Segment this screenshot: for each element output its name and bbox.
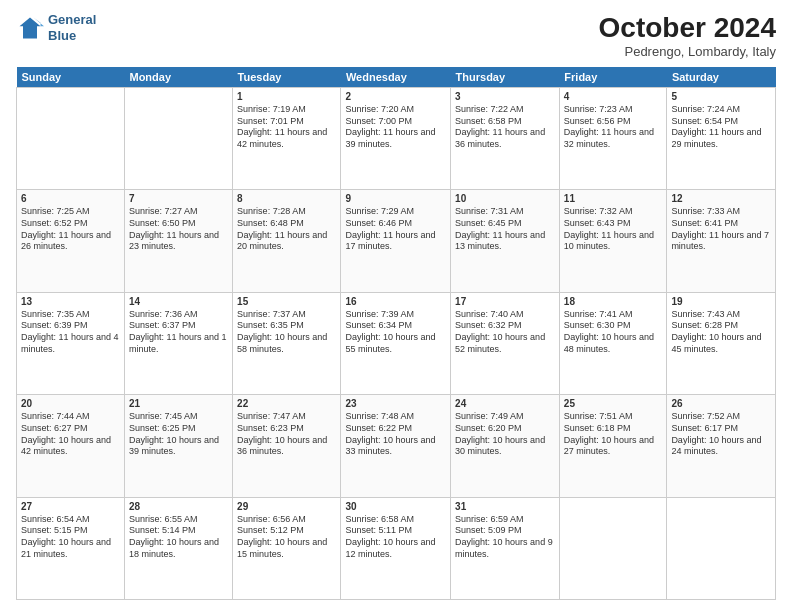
day-number: 28 <box>129 501 228 512</box>
cell-info: Sunrise: 7:23 AMSunset: 6:56 PMDaylight:… <box>564 104 654 149</box>
calendar-cell: 15Sunrise: 7:37 AMSunset: 6:35 PMDayligh… <box>233 292 341 394</box>
day-number: 11 <box>564 193 663 204</box>
day-number: 1 <box>237 91 336 102</box>
cell-info: Sunrise: 7:32 AMSunset: 6:43 PMDaylight:… <box>564 206 654 251</box>
calendar-cell: 21Sunrise: 7:45 AMSunset: 6:25 PMDayligh… <box>124 395 232 497</box>
day-number: 17 <box>455 296 555 307</box>
day-number: 4 <box>564 91 663 102</box>
calendar-cell: 26Sunrise: 7:52 AMSunset: 6:17 PMDayligh… <box>667 395 776 497</box>
calendar-cell <box>124 88 232 190</box>
cell-info: Sunrise: 6:58 AMSunset: 5:11 PMDaylight:… <box>345 514 435 559</box>
day-number: 27 <box>21 501 120 512</box>
title-block: October 2024 Pedrengo, Lombardy, Italy <box>599 12 776 59</box>
calendar-cell: 2Sunrise: 7:20 AMSunset: 7:00 PMDaylight… <box>341 88 451 190</box>
calendar-cell: 19Sunrise: 7:43 AMSunset: 6:28 PMDayligh… <box>667 292 776 394</box>
day-number: 9 <box>345 193 446 204</box>
day-number: 21 <box>129 398 228 409</box>
day-number: 13 <box>21 296 120 307</box>
calendar-cell: 22Sunrise: 7:47 AMSunset: 6:23 PMDayligh… <box>233 395 341 497</box>
day-number: 24 <box>455 398 555 409</box>
calendar-cell: 5Sunrise: 7:24 AMSunset: 6:54 PMDaylight… <box>667 88 776 190</box>
calendar-cell: 28Sunrise: 6:55 AMSunset: 5:14 PMDayligh… <box>124 497 232 599</box>
day-number: 23 <box>345 398 446 409</box>
header-row: SundayMondayTuesdayWednesdayThursdayFrid… <box>17 67 776 88</box>
day-number: 30 <box>345 501 446 512</box>
calendar-cell: 23Sunrise: 7:48 AMSunset: 6:22 PMDayligh… <box>341 395 451 497</box>
weekday-header: Thursday <box>451 67 560 88</box>
day-number: 18 <box>564 296 663 307</box>
weekday-header: Monday <box>124 67 232 88</box>
cell-info: Sunrise: 7:28 AMSunset: 6:48 PMDaylight:… <box>237 206 327 251</box>
cell-info: Sunrise: 7:45 AMSunset: 6:25 PMDaylight:… <box>129 411 219 456</box>
cell-info: Sunrise: 7:27 AMSunset: 6:50 PMDaylight:… <box>129 206 219 251</box>
calendar-cell: 16Sunrise: 7:39 AMSunset: 6:34 PMDayligh… <box>341 292 451 394</box>
cell-info: Sunrise: 7:48 AMSunset: 6:22 PMDaylight:… <box>345 411 435 456</box>
calendar-cell: 31Sunrise: 6:59 AMSunset: 5:09 PMDayligh… <box>451 497 560 599</box>
day-number: 31 <box>455 501 555 512</box>
cell-info: Sunrise: 7:41 AMSunset: 6:30 PMDaylight:… <box>564 309 654 354</box>
logo-line2: Blue <box>48 28 96 44</box>
cell-info: Sunrise: 6:55 AMSunset: 5:14 PMDaylight:… <box>129 514 219 559</box>
cell-info: Sunrise: 7:31 AMSunset: 6:45 PMDaylight:… <box>455 206 545 251</box>
day-number: 19 <box>671 296 771 307</box>
day-number: 22 <box>237 398 336 409</box>
calendar-week: 13Sunrise: 7:35 AMSunset: 6:39 PMDayligh… <box>17 292 776 394</box>
location: Pedrengo, Lombardy, Italy <box>599 44 776 59</box>
day-number: 10 <box>455 193 555 204</box>
logo: General Blue <box>16 12 96 43</box>
cell-info: Sunrise: 7:51 AMSunset: 6:18 PMDaylight:… <box>564 411 654 456</box>
calendar-cell: 29Sunrise: 6:56 AMSunset: 5:12 PMDayligh… <box>233 497 341 599</box>
weekday-header: Tuesday <box>233 67 341 88</box>
cell-info: Sunrise: 7:29 AMSunset: 6:46 PMDaylight:… <box>345 206 435 251</box>
cell-info: Sunrise: 7:19 AMSunset: 7:01 PMDaylight:… <box>237 104 327 149</box>
calendar-cell: 18Sunrise: 7:41 AMSunset: 6:30 PMDayligh… <box>559 292 667 394</box>
cell-info: Sunrise: 7:35 AMSunset: 6:39 PMDaylight:… <box>21 309 119 354</box>
day-number: 26 <box>671 398 771 409</box>
cell-info: Sunrise: 7:43 AMSunset: 6:28 PMDaylight:… <box>671 309 761 354</box>
day-number: 8 <box>237 193 336 204</box>
cell-info: Sunrise: 6:54 AMSunset: 5:15 PMDaylight:… <box>21 514 111 559</box>
calendar-cell: 30Sunrise: 6:58 AMSunset: 5:11 PMDayligh… <box>341 497 451 599</box>
cell-info: Sunrise: 7:25 AMSunset: 6:52 PMDaylight:… <box>21 206 111 251</box>
header: General Blue October 2024 Pedrengo, Lomb… <box>16 12 776 59</box>
calendar-cell: 7Sunrise: 7:27 AMSunset: 6:50 PMDaylight… <box>124 190 232 292</box>
calendar-week: 27Sunrise: 6:54 AMSunset: 5:15 PMDayligh… <box>17 497 776 599</box>
calendar-cell: 11Sunrise: 7:32 AMSunset: 6:43 PMDayligh… <box>559 190 667 292</box>
weekday-header: Friday <box>559 67 667 88</box>
calendar-cell: 14Sunrise: 7:36 AMSunset: 6:37 PMDayligh… <box>124 292 232 394</box>
day-number: 14 <box>129 296 228 307</box>
cell-info: Sunrise: 7:24 AMSunset: 6:54 PMDaylight:… <box>671 104 761 149</box>
cell-info: Sunrise: 7:39 AMSunset: 6:34 PMDaylight:… <box>345 309 435 354</box>
calendar-cell <box>559 497 667 599</box>
cell-info: Sunrise: 6:56 AMSunset: 5:12 PMDaylight:… <box>237 514 327 559</box>
calendar-week: 6Sunrise: 7:25 AMSunset: 6:52 PMDaylight… <box>17 190 776 292</box>
calendar-table: SundayMondayTuesdayWednesdayThursdayFrid… <box>16 67 776 600</box>
day-number: 12 <box>671 193 771 204</box>
calendar-cell: 20Sunrise: 7:44 AMSunset: 6:27 PMDayligh… <box>17 395 125 497</box>
day-number: 29 <box>237 501 336 512</box>
day-number: 3 <box>455 91 555 102</box>
cell-info: Sunrise: 7:49 AMSunset: 6:20 PMDaylight:… <box>455 411 545 456</box>
day-number: 2 <box>345 91 446 102</box>
calendar-cell: 6Sunrise: 7:25 AMSunset: 6:52 PMDaylight… <box>17 190 125 292</box>
cell-info: Sunrise: 7:33 AMSunset: 6:41 PMDaylight:… <box>671 206 769 251</box>
day-number: 16 <box>345 296 446 307</box>
calendar-cell: 3Sunrise: 7:22 AMSunset: 6:58 PMDaylight… <box>451 88 560 190</box>
cell-info: Sunrise: 7:36 AMSunset: 6:37 PMDaylight:… <box>129 309 227 354</box>
calendar-cell: 9Sunrise: 7:29 AMSunset: 6:46 PMDaylight… <box>341 190 451 292</box>
calendar-cell <box>17 88 125 190</box>
cell-info: Sunrise: 7:20 AMSunset: 7:00 PMDaylight:… <box>345 104 435 149</box>
calendar-cell: 10Sunrise: 7:31 AMSunset: 6:45 PMDayligh… <box>451 190 560 292</box>
cell-info: Sunrise: 7:52 AMSunset: 6:17 PMDaylight:… <box>671 411 761 456</box>
day-number: 15 <box>237 296 336 307</box>
calendar-cell: 25Sunrise: 7:51 AMSunset: 6:18 PMDayligh… <box>559 395 667 497</box>
calendar-cell: 13Sunrise: 7:35 AMSunset: 6:39 PMDayligh… <box>17 292 125 394</box>
weekday-header: Saturday <box>667 67 776 88</box>
calendar-cell: 4Sunrise: 7:23 AMSunset: 6:56 PMDaylight… <box>559 88 667 190</box>
weekday-header: Wednesday <box>341 67 451 88</box>
weekday-header: Sunday <box>17 67 125 88</box>
page: General Blue October 2024 Pedrengo, Lomb… <box>0 0 792 612</box>
day-number: 20 <box>21 398 120 409</box>
cell-info: Sunrise: 7:44 AMSunset: 6:27 PMDaylight:… <box>21 411 111 456</box>
cell-info: Sunrise: 7:47 AMSunset: 6:23 PMDaylight:… <box>237 411 327 456</box>
